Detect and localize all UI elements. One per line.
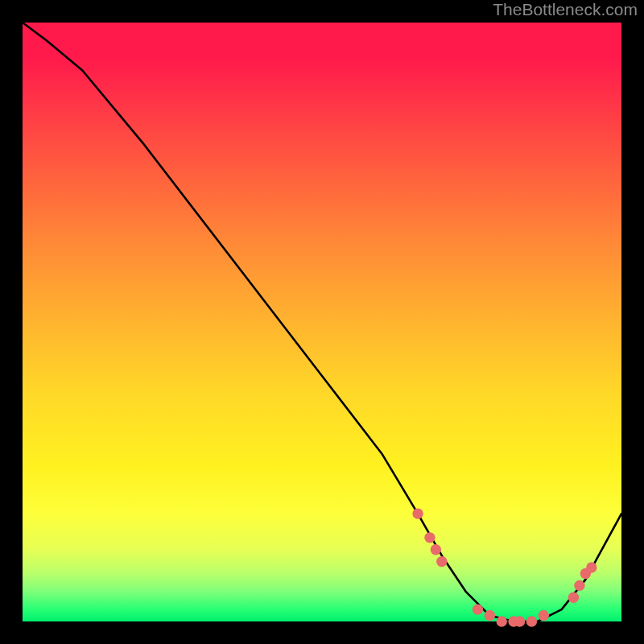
watermark-text: TheBottleneck.com [493,0,638,19]
plot-area [23,23,621,621]
bottleneck-curve [23,23,621,621]
marker-bottom-3 [497,616,507,626]
marker-bottom-1 [473,604,483,614]
marker-left-cluster-1 [412,508,423,518]
marker-left-cluster-2 [424,532,435,543]
marker-group [412,508,597,626]
marker-bottom-5 [514,616,525,626]
marker-bottom-7 [539,610,549,621]
marker-right-cluster-2 [574,580,584,591]
marker-left-cluster-4 [436,556,447,567]
chart-svg [23,23,621,621]
marker-right-cluster-1 [568,592,579,603]
marker-bottom-6 [526,616,537,626]
marker-left-cluster-3 [431,544,441,555]
marker-right-cluster-4 [586,562,597,572]
marker-bottom-2 [485,610,495,621]
chart-frame: TheBottleneck.com [0,0,644,644]
